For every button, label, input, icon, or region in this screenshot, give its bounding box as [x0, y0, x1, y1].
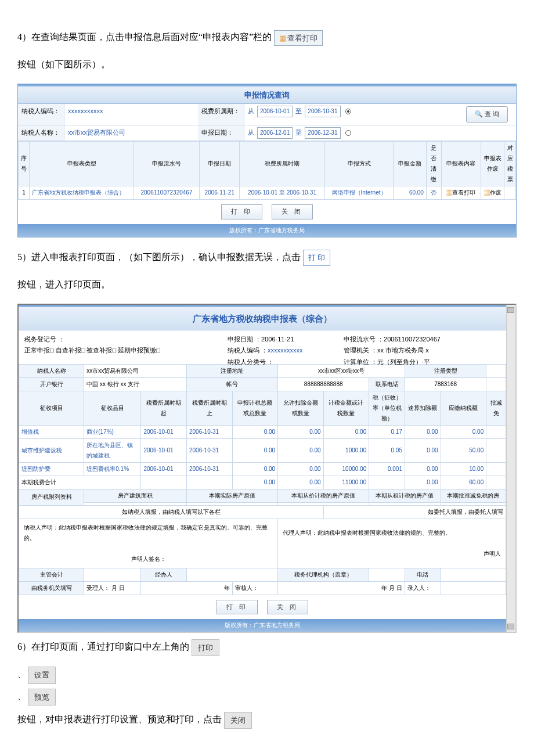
- note-right: 如委托人填报，由委托人填写: [323, 505, 506, 519]
- sep-2: 、 预览: [17, 689, 517, 705]
- print-button[interactable]: 打 印: [221, 204, 262, 219]
- note-row: 如纳税人填报，由纳税人填写以下各栏 如委托人填报，由委托人填写: [19, 505, 506, 519]
- view-print-button-inline[interactable]: ▦查看打印: [274, 30, 323, 46]
- print-button-inline[interactable]: 打 印: [303, 250, 330, 265]
- decl-right: 代理人声明：此纳税申报表时根据国家税收法律的规的、完整的。 声明人: [278, 519, 506, 568]
- dr-c9: 0.00: [405, 438, 441, 462]
- row-fill: 由税务机关填写: [19, 581, 84, 595]
- paragraph-6: 6）在打印页面，通过打印窗口中左上角的 打印: [17, 639, 517, 656]
- dr-c1: 增值税: [19, 425, 84, 438]
- close-button[interactable]: 关 闭: [272, 204, 313, 219]
- shot2-footer: 打 印 关 闭: [19, 595, 506, 620]
- th-seq: 序号: [19, 142, 30, 186]
- sign-row-1: 主管会计 经办人 税务代理机构（盖章） 电话: [19, 568, 506, 581]
- filter-row-2: 纳税人名称： xx市xx贸易有限公司 申报日期： 从 2006-12-01 至 …: [18, 125, 516, 141]
- close-small-button[interactable]: 关闭: [224, 712, 252, 729]
- td-void-label: 作废: [490, 189, 501, 196]
- th2-11: 批减免: [486, 391, 506, 425]
- from-text: 从: [248, 107, 254, 114]
- sum-c7: 11000.00: [323, 476, 369, 489]
- date-from-1[interactable]: 2006-10-01: [257, 106, 293, 117]
- th-clear: 是否清缴: [426, 142, 441, 186]
- row-year: 年: [141, 581, 232, 595]
- paragraph-5b: 按钮，进入打印页面。: [17, 276, 517, 293]
- th-type: 申报表类型: [30, 142, 134, 186]
- hdr-org-lbl: 管理机关 ：: [344, 347, 377, 354]
- th2-3: 税费所属时期起: [141, 391, 187, 425]
- hdr-payercode-lbl: 纳税人编码 ：: [228, 347, 268, 354]
- td-date: 2006-11-21: [200, 186, 240, 200]
- fc-c2: 本期实际房产原值: [187, 489, 278, 502]
- r2c2: 中国 xx 银行 xx 支行: [84, 377, 187, 391]
- shot1-copyright: 版权所有：广东省地方税务局: [18, 224, 516, 237]
- dr-c1: 堤围防护费: [19, 462, 84, 476]
- radio-date[interactable]: [345, 130, 351, 136]
- filter-row-1: 纳税人编码： xxxxxxxxxxx 税费所属期： 从 2006-10-01 至…: [18, 104, 516, 125]
- fc-c1: 房产建筑面积: [84, 489, 187, 502]
- date-to-2[interactable]: 2006-12-31: [305, 127, 340, 139]
- dr-c8: 0.05: [369, 438, 405, 462]
- taxpayer-code-value: xxxxxxxxxxx: [64, 104, 198, 125]
- r2c7: [486, 377, 506, 391]
- th-match: 对应税票: [504, 142, 516, 186]
- search-button[interactable]: 🔍查 询: [466, 106, 508, 123]
- hdr-unit-lbl: 计算单位 ：元（列至角分）·平: [344, 358, 430, 365]
- td-content[interactable]: ▦查看打印: [441, 186, 481, 200]
- report-date-value: 从 2006-12-01 至 2006-12-31: [244, 125, 452, 141]
- row-input: 录入人：: [405, 581, 441, 595]
- sum-c10: 60.00: [441, 476, 486, 489]
- th-way: 申报方式: [324, 142, 394, 186]
- search-button-label: 查 询: [485, 110, 499, 117]
- settings-button[interactable]: 设置: [28, 667, 56, 683]
- fc-lbl: 房产税附列资料: [19, 489, 84, 505]
- shot2-close-button[interactable]: 关 闭: [267, 600, 308, 615]
- detail-header: 征收项目 征收品目 税费所属时期起 税费所属时期止 申报计税总额或总数量 允许扣…: [19, 391, 506, 425]
- hdr-payercode-val: xxxxxxxxxxx: [268, 347, 303, 354]
- view-print-label: 查看打印: [287, 34, 317, 42]
- date-from-2[interactable]: 2006-12-01: [257, 127, 293, 139]
- td-content-label: 查看打印: [452, 189, 475, 196]
- radio-period[interactable]: [345, 109, 351, 114]
- th2-5: 申报计税总额或总数量: [232, 391, 278, 425]
- scrollbar[interactable]: [506, 305, 515, 632]
- dr-c4: 2006-10-31: [187, 425, 233, 438]
- sum-c6: 0.00: [278, 476, 324, 489]
- para5-text-pre: 5）进入申报表打印页面，（如下图所示），确认申报数据无误，点击: [17, 252, 301, 262]
- fc-header: 房产税附列资料 房产建筑面积 本期实际房产原值 本期从价计税的房产原值 本期从租…: [19, 489, 506, 502]
- th2-9: 速算扣除额: [405, 391, 441, 425]
- scroll-down-icon[interactable]: [507, 624, 514, 629]
- row-acc: 主管会计: [19, 568, 84, 581]
- hdr-date-lbl: 申报日期 ：: [228, 336, 261, 343]
- sum-row: 本期税费合计 0.00 0.00 11000.00 0.00 60.00: [19, 476, 506, 489]
- to-text-2: 至: [295, 129, 302, 136]
- td-type[interactable]: 广东省地方税收纳税申报表（综合）: [30, 186, 134, 200]
- preview-button[interactable]: 预览: [28, 689, 56, 705]
- screenshot-print-page: 广东省地方税收纳税申报表（综合） 申报日期 ：2006-11-21 纳税人编码 …: [17, 304, 517, 633]
- print-small-button[interactable]: 打印: [192, 639, 219, 656]
- detail-row: 城市维护建设税所在地为县区、镇的城建税2006-10-012006-10-310…: [19, 438, 506, 462]
- comma-1: 、: [17, 670, 26, 679]
- paragraph-4: 4）在查询结果页面，点击申报信息后面对应“申报表内容”栏的 ▦查看打印: [17, 29, 517, 46]
- row-agent: 税务代理机构（盖章）: [278, 568, 369, 581]
- row-ymd: 年 月 日: [278, 581, 405, 595]
- r1c6: [486, 364, 506, 377]
- dr-c5: 0.00: [232, 462, 278, 476]
- shot1-footer: 打 印 关 闭: [18, 200, 516, 224]
- r2c4: 888888888888: [278, 377, 369, 391]
- th-amt: 申报金额: [394, 142, 427, 186]
- th2-6: 允许扣除金额或数量: [278, 391, 324, 425]
- dr-c10: 0.00: [441, 425, 486, 438]
- dr-c3: 2006-10-01: [141, 438, 187, 462]
- dr-c4: 2006-10-31: [187, 462, 233, 476]
- sep-1: 、 设置: [17, 667, 517, 683]
- shot2-print-button[interactable]: 打 印: [217, 600, 258, 615]
- date-to-1[interactable]: 2006-10-31: [305, 106, 340, 117]
- dr-c9: 0.00: [405, 462, 441, 476]
- th2-2: 征收品目: [84, 391, 141, 425]
- shot1-title: 申报情况查询: [18, 87, 516, 104]
- scroll-up-icon[interactable]: [507, 307, 514, 313]
- row-op: 经办人: [141, 568, 187, 581]
- doc-icon-2: ▦: [484, 189, 490, 196]
- td-void[interactable]: ▦作废: [481, 186, 504, 200]
- td-period: 2006-10-01 至 2006-10-31: [240, 186, 324, 200]
